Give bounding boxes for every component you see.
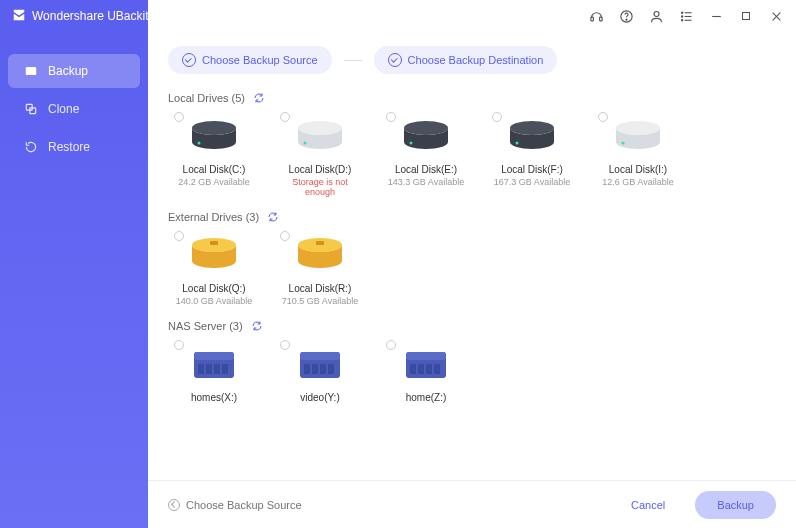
step-destination[interactable]: Choose Backup Destination	[374, 46, 558, 74]
drive-item[interactable]: Local Disk(Q:) 140.0 GB Available	[168, 227, 260, 312]
check-icon	[388, 53, 402, 67]
svg-rect-36	[214, 364, 220, 374]
menu-icon[interactable]	[678, 8, 694, 24]
svg-rect-48	[426, 364, 432, 374]
account-icon[interactable]	[648, 8, 664, 24]
drive-sublabel: 24.2 GB Available	[178, 177, 249, 187]
drive-label: Local Disk(I:)	[609, 164, 667, 175]
step-divider	[344, 60, 362, 61]
backup-button[interactable]: Backup	[695, 491, 776, 519]
titlebar: Wondershare UBackit	[0, 0, 796, 32]
section-header: External Drives (3)	[168, 211, 776, 223]
svg-point-21	[304, 142, 307, 145]
drive-label: Local Disk(R:)	[289, 283, 352, 294]
svg-rect-31	[316, 241, 324, 245]
section-header: Local Drives (5)	[168, 92, 776, 104]
minimize-icon[interactable]	[708, 8, 724, 24]
check-icon	[182, 53, 196, 67]
svg-point-4	[654, 11, 659, 16]
svg-rect-1	[599, 17, 602, 21]
footer-hint: Choose Backup Source	[186, 499, 302, 511]
svg-point-7	[681, 15, 682, 16]
cancel-button[interactable]: Cancel	[609, 491, 687, 519]
radio-icon[interactable]	[280, 112, 290, 122]
sidebar-item-clone[interactable]: Clone	[8, 92, 140, 126]
drive-icon	[186, 342, 242, 386]
refresh-icon[interactable]	[251, 320, 263, 332]
drive-item[interactable]: video(Y:)	[274, 336, 366, 411]
radio-icon[interactable]	[386, 340, 396, 350]
drive-icon	[610, 114, 666, 158]
drive-item[interactable]: Local Disk(R:) 710.5 GB Available	[274, 227, 366, 312]
footer: Choose Backup Source Cancel Backup	[148, 480, 796, 528]
svg-rect-45	[406, 352, 446, 360]
drive-item[interactable]: Local Disk(I:) 12.6 GB Available	[592, 108, 684, 203]
drive-item[interactable]: home(Z:)	[380, 336, 472, 411]
close-icon[interactable]	[768, 8, 784, 24]
svg-rect-0	[590, 17, 593, 21]
svg-point-19	[198, 142, 201, 145]
step-source[interactable]: Choose Backup Source	[168, 46, 332, 74]
radio-icon[interactable]	[174, 231, 184, 241]
restore-icon	[24, 140, 38, 154]
backup-icon	[24, 64, 38, 78]
svg-point-27	[622, 142, 625, 145]
svg-point-5	[681, 12, 682, 13]
drive-icon	[398, 342, 454, 386]
sidebar-item-label: Backup	[48, 64, 88, 78]
radio-icon[interactable]	[174, 112, 184, 122]
step-label: Choose Backup Destination	[408, 54, 544, 66]
clone-icon	[24, 102, 38, 116]
app-title: Wondershare UBackit	[32, 9, 149, 23]
svg-rect-29	[210, 241, 218, 245]
svg-point-25	[516, 142, 519, 145]
drive-label: Local Disk(Q:)	[182, 283, 245, 294]
back-icon[interactable]	[168, 499, 180, 511]
drive-sublabel: 143.3 GB Available	[388, 177, 464, 187]
drive-item[interactable]: Local Disk(C:) 24.2 GB Available	[168, 108, 260, 203]
drive-icon	[186, 114, 242, 158]
sidebar-item-backup[interactable]: Backup	[8, 54, 140, 88]
svg-point-24	[510, 121, 554, 135]
drive-label: Local Disk(D:)	[289, 164, 352, 175]
refresh-icon[interactable]	[253, 92, 265, 104]
svg-rect-34	[198, 364, 204, 374]
svg-point-20	[298, 121, 342, 135]
radio-icon[interactable]	[280, 231, 290, 241]
svg-rect-40	[304, 364, 310, 374]
radio-icon[interactable]	[280, 340, 290, 350]
drive-label: homes(X:)	[191, 392, 237, 403]
drive-sections: Local Drives (5) Local Disk(C:) 24.2 GB …	[148, 84, 796, 480]
support-icon[interactable]	[588, 8, 604, 24]
section-title: External Drives (3)	[168, 211, 259, 223]
svg-point-9	[681, 19, 682, 20]
svg-point-18	[192, 121, 236, 135]
svg-point-26	[616, 121, 660, 135]
sidebar-item-label: Restore	[48, 140, 90, 154]
drive-item[interactable]: homes(X:)	[168, 336, 260, 411]
radio-icon[interactable]	[598, 112, 608, 122]
drive-item[interactable]: Local Disk(E:) 143.3 GB Available	[380, 108, 472, 203]
svg-point-3	[626, 19, 627, 20]
sidebar-item-restore[interactable]: Restore	[8, 130, 140, 164]
radio-icon[interactable]	[386, 112, 396, 122]
app-logo-icon	[12, 8, 26, 25]
drive-icon	[292, 114, 348, 158]
refresh-icon[interactable]	[267, 211, 279, 223]
drive-label: Local Disk(F:)	[501, 164, 563, 175]
drive-sublabel: 140.0 GB Available	[176, 296, 252, 306]
svg-rect-35	[206, 364, 212, 374]
radio-icon[interactable]	[174, 340, 184, 350]
svg-rect-37	[222, 364, 228, 374]
radio-icon[interactable]	[492, 112, 502, 122]
drive-item[interactable]: Local Disk(F:) 167.3 GB Available	[486, 108, 578, 203]
maximize-icon[interactable]	[738, 8, 754, 24]
svg-point-23	[410, 142, 413, 145]
svg-point-22	[404, 121, 448, 135]
drive-grid: Local Disk(C:) 24.2 GB Available Local D…	[168, 108, 776, 203]
drive-sublabel: Storage is not enough	[276, 177, 364, 197]
drive-item[interactable]: Local Disk(D:) Storage is not enough	[274, 108, 366, 203]
svg-rect-47	[418, 364, 424, 374]
svg-rect-42	[320, 364, 326, 374]
help-icon[interactable]	[618, 8, 634, 24]
